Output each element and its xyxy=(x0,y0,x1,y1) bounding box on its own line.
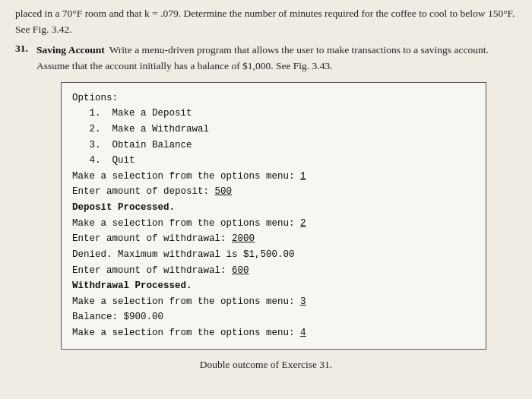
console-line: Make a selection from the options menu: … xyxy=(72,294,475,310)
problem-content: Saving AccountWrite a menu-driven progra… xyxy=(36,43,517,74)
console-line: Enter amount of withdrawal: 2000 xyxy=(72,231,475,247)
console-box: Options: 1. Make a Deposit 2. Make a Wit… xyxy=(61,82,486,350)
console-line: Balance: $900.00 xyxy=(72,309,475,325)
input-value: 600 xyxy=(232,265,249,276)
input-value: 2 xyxy=(300,218,306,229)
top-paragraph: placed in a 70°F room and that k = .079.… xyxy=(15,6,517,38)
console-line: 4. Quit xyxy=(72,153,475,169)
input-value: 500 xyxy=(215,186,233,197)
console-line: Denied. Maximum withdrawal is $1,500.00 xyxy=(72,247,475,263)
console-line: Make a selection from the options menu: … xyxy=(72,216,475,232)
problem-number: 31. xyxy=(15,43,36,55)
console-line: Enter amount of withdrawal: 600 xyxy=(72,263,475,279)
console-line: Options: xyxy=(72,90,475,106)
console-line: Enter amount of deposit: 500 xyxy=(72,184,475,200)
bottom-paragraph: Double outcome of Exercise 31. xyxy=(15,357,517,373)
console-line: 2. Make a Withdrawal xyxy=(72,122,475,138)
console-line: Withdrawal Processed. xyxy=(72,278,475,294)
input-value: 3 xyxy=(300,296,306,307)
input-value: 2000 xyxy=(232,233,255,244)
input-value: 1 xyxy=(300,171,306,182)
console-line: Deposit Processed. xyxy=(72,200,475,216)
console-line: 3. Obtain Balance xyxy=(72,138,475,154)
problem-title: Saving Account xyxy=(36,44,105,55)
input-value: 4 xyxy=(300,328,306,338)
console-line: Make a selection from the options menu: … xyxy=(72,169,475,185)
problem-row: 31. Saving AccountWrite a menu-driven pr… xyxy=(15,43,517,74)
console-line: 1. Make a Deposit xyxy=(72,106,475,122)
console-line: Make a selection from the options menu: … xyxy=(72,325,475,341)
page-content: placed in a 70°F room and that k = .079.… xyxy=(0,0,532,399)
